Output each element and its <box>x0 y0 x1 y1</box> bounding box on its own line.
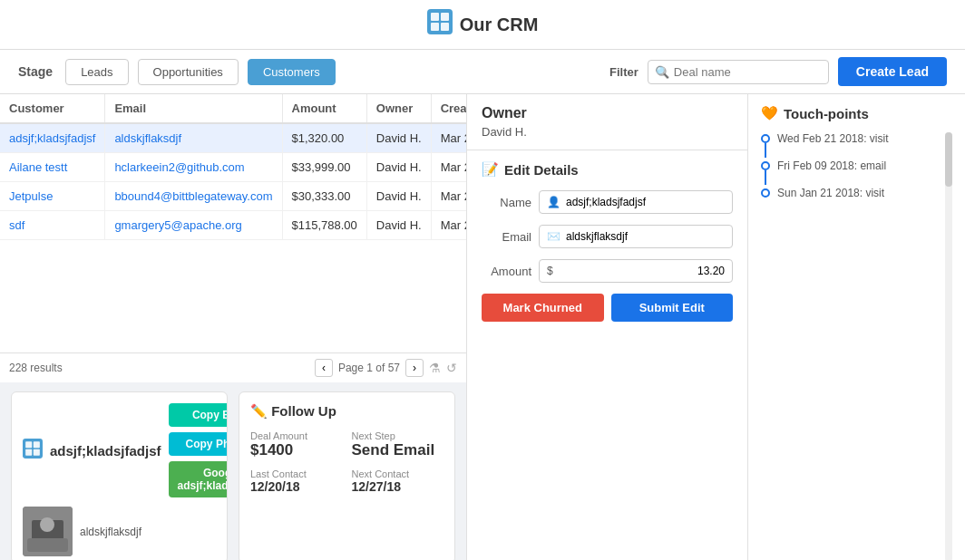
cell-customer: sdf <box>0 211 105 240</box>
cell-email: gmargery5@apache.org <box>105 211 282 240</box>
submit-edit-button[interactable]: Submit Edit <box>611 294 734 322</box>
next-page-button[interactable]: › <box>405 359 424 377</box>
cell-created: Mar 23, 2 ··· <box>431 153 466 182</box>
stage-label: Stage <box>18 64 53 79</box>
next-contact-label: Next Contact <box>352 468 444 479</box>
col-created: Created At <box>431 94 466 123</box>
table-row[interactable]: adsjf;kladsjfadjsf aldskjflaksdjf $1,320… <box>0 123 466 153</box>
tab-opportunities[interactable]: Opportunities <box>138 59 239 85</box>
cell-owner: David H. <box>366 153 431 182</box>
followup-icon: ✏️ <box>250 403 268 419</box>
filter-icon[interactable]: ⚗ <box>429 361 441 375</box>
touch-item: Fri Feb 09 2018: email <box>761 159 945 172</box>
cell-owner: David H. <box>366 211 431 240</box>
deal-amount-value: $1400 <box>250 441 343 459</box>
customer-card: adsjf;kladsjfadjsf Copy Email Copy Phone… <box>11 391 228 560</box>
svg-rect-6 <box>25 441 32 448</box>
touch-line <box>765 170 766 185</box>
name-label: Name <box>482 196 531 209</box>
leads-table: Customer Email Amount Owner Created At a… <box>0 94 466 240</box>
name-field-icon: 👤 <box>547 196 560 208</box>
col-email: Email <box>105 94 282 123</box>
amount-label: Amount <box>482 265 531 278</box>
email-label: Email <box>482 230 531 244</box>
create-lead-button[interactable]: Create Lead <box>838 57 947 86</box>
cell-amount: $30,333.00 <box>282 182 366 211</box>
cell-owner: David H. <box>366 123 431 153</box>
svg-rect-3 <box>431 23 439 31</box>
search-icon: 🔍 <box>655 65 669 79</box>
left-panel: Customer Email Amount Owner Created At a… <box>0 94 466 560</box>
next-step-value: Send Email <box>352 441 444 459</box>
filter-label: Filter <box>609 65 638 79</box>
edit-section: 📝 Edit Details Name 👤 Email ✉️ <box>467 150 747 560</box>
edit-icon: 📝 <box>482 161 499 178</box>
svg-rect-1 <box>431 13 439 21</box>
tab-leads[interactable]: Leads <box>65 59 128 85</box>
page-info: Page 1 of 57 <box>338 362 400 374</box>
customer-card-icon <box>23 439 43 463</box>
data-table-wrapper[interactable]: Customer Email Amount Owner Created At a… <box>0 94 466 352</box>
main-area: Customer Email Amount Owner Created At a… <box>0 94 965 560</box>
touch-date: Wed Feb 21 2018: visit <box>777 132 889 145</box>
touch-date: Sun Jan 21 2018: visit <box>777 187 884 199</box>
table-row[interactable]: Jetpulse bbound4@bittblegateway.com $30,… <box>0 182 466 211</box>
cell-email: aldskjflaksdjf <box>105 123 282 153</box>
pagination: 228 results ‹ Page 1 of 57 › ⚗ ↺ <box>0 352 466 382</box>
customer-card-name: adsjf;kladsjfadjsf <box>50 443 161 459</box>
cell-customer: adsjf;kladsjfadjsf <box>0 123 105 153</box>
table-row[interactable]: Ailane testt hclarkeein2@github.com $33,… <box>0 153 466 182</box>
cell-email: hclarkeein2@github.com <box>105 153 282 182</box>
touchpoints-title: 🧡 Touch-points <box>761 105 952 121</box>
copy-phone-button[interactable]: Copy Phone # <box>169 432 228 456</box>
svg-point-12 <box>40 517 54 532</box>
touchpoints-panel: 🧡 Touch-points Wed Feb 21 2018: visit Fr… <box>747 94 965 560</box>
col-customer: Customer <box>0 94 105 123</box>
svg-rect-13 <box>27 538 68 552</box>
scrollbar-track[interactable] <box>945 132 952 560</box>
heart-icon: 🧡 <box>761 105 778 121</box>
email-field-icon: ✉️ <box>547 230 560 243</box>
crm-icon <box>427 9 453 40</box>
edit-title: 📝 Edit Details <box>482 161 733 178</box>
cell-created: Mar 23, 2 ··· <box>431 123 466 153</box>
copy-email-button[interactable]: Copy Email <box>169 403 228 427</box>
touch-date: Fri Feb 09 2018: email <box>777 159 886 172</box>
followup-title: ✏️ Follow Up <box>250 403 444 420</box>
last-contact-label: Last Contact <box>250 468 343 479</box>
tab-customers[interactable]: Customers <box>248 59 336 85</box>
search-input[interactable] <box>648 60 829 84</box>
cell-amount: $33,999.00 <box>282 153 366 182</box>
svg-rect-9 <box>34 449 40 455</box>
cell-owner: David H. <box>366 182 431 211</box>
touch-line <box>765 143 766 158</box>
cell-customer: Ailane testt <box>0 153 105 182</box>
refresh-icon[interactable]: ↺ <box>446 361 457 375</box>
deal-amount-label: Deal Amount <box>250 430 343 441</box>
email-field[interactable] <box>566 230 725 243</box>
owner-title: Owner <box>482 105 733 121</box>
toolbar: Stage Leads Opportunities Customers Filt… <box>0 50 965 94</box>
touch-item: Wed Feb 21 2018: visit <box>761 132 945 145</box>
next-contact-value: 12/27/18 <box>352 479 444 494</box>
touch-dot <box>761 161 770 170</box>
touch-dot <box>761 188 770 198</box>
table-row[interactable]: sdf gmargery5@apache.org $115,788.00 Dav… <box>0 211 466 240</box>
cell-amount: $1,320.00 <box>282 123 366 153</box>
amount-prefix: $ <box>547 265 553 277</box>
name-field[interactable] <box>566 196 725 208</box>
google-button[interactable]: Google adsjf;kladsjfadjsf <box>169 461 228 497</box>
svg-rect-7 <box>34 441 40 448</box>
amount-field[interactable] <box>562 265 725 277</box>
scrollbar-thumb[interactable] <box>945 132 952 187</box>
prev-page-button[interactable]: ‹ <box>315 359 333 377</box>
touch-dot <box>761 134 770 143</box>
cell-customer: Jetpulse <box>0 182 105 211</box>
cell-amount: $115,788.00 <box>282 211 366 240</box>
col-owner: Owner <box>366 94 431 123</box>
followup-card: ✏️ Follow Up Deal Amount $1400 Next Step… <box>239 391 455 560</box>
mark-churned-button[interactable]: Mark Churned <box>482 294 604 322</box>
svg-rect-5 <box>23 439 43 459</box>
cell-created: Mar 23, 2 ··· <box>431 211 466 240</box>
app-title: Our CRM <box>460 14 539 35</box>
